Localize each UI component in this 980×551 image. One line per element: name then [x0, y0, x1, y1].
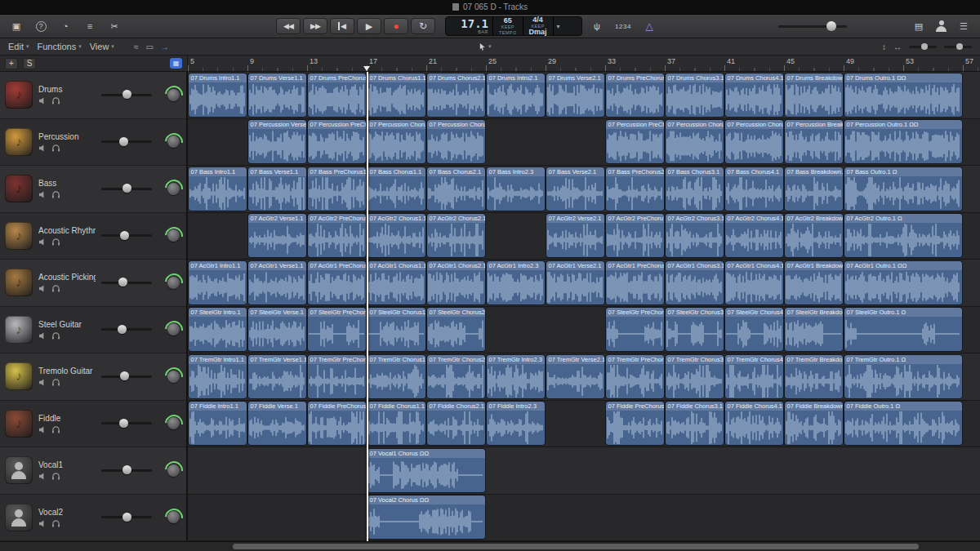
track-configure-button[interactable]: ▦ — [170, 58, 182, 69]
crossfade-icon[interactable]: ▭ — [145, 42, 153, 51]
mute-button[interactable] — [38, 144, 47, 152]
region[interactable]: 07 Percussion Break — [785, 120, 843, 163]
region[interactable]: 07 Fiddle Breakdown — [785, 402, 843, 445]
region[interactable]: 07 Percussion Choru — [666, 120, 724, 163]
mute-button[interactable] — [38, 238, 47, 246]
mute-button[interactable] — [38, 379, 47, 386]
region[interactable]: 07 Drums Verse2.1 — [546, 73, 604, 117]
zoom-v-slider[interactable] — [909, 46, 937, 48]
volume-slider[interactable] — [101, 469, 152, 472]
volume-slider[interactable] — [101, 282, 152, 284]
region[interactable]: 07 Percussion Outro.1 ΩΩ — [844, 120, 962, 163]
pan-knob[interactable] — [167, 464, 180, 477]
quick-help-icon[interactable]: ? — [31, 19, 51, 34]
catch-playhead-icon[interactable]: → — [161, 42, 169, 51]
volume-slider[interactable] — [101, 94, 152, 96]
region[interactable]: 07 SteelGtr Chorus2. — [427, 308, 485, 351]
pan-knob[interactable] — [167, 511, 180, 523]
cycle-button[interactable]: ↻ — [411, 18, 435, 34]
region[interactable]: 07 Fiddle Intro1.1 — [189, 402, 247, 445]
region[interactable]: 07 Drums Chorus1.1 — [368, 73, 425, 117]
track-header-steel-guitar[interactable]: ♪Steel Guitar — [0, 307, 186, 354]
solo-button[interactable] — [51, 97, 60, 104]
solo-button[interactable] — [51, 144, 60, 152]
play-button[interactable]: ▶ — [357, 18, 381, 34]
add-track-button[interactable]: + — [5, 58, 18, 69]
track-header-tremolo-guitar[interactable]: ♪Tremolo Guitar — [0, 353, 186, 401]
master-volume-thumb[interactable] — [826, 21, 836, 31]
region[interactable]: 07 Percussion Choru — [368, 120, 425, 163]
region[interactable]: 07 Fiddle Chorus2.1 — [427, 402, 485, 445]
region[interactable]: 07 AcGtr1 Outro.1 ΩΩ — [844, 261, 962, 304]
region[interactable]: 07 AcGtr2 Chorus1.1 — [368, 214, 425, 257]
volume-slider[interactable] — [101, 375, 152, 378]
volume-slider[interactable] — [101, 188, 152, 190]
solo-button[interactable] — [51, 520, 60, 527]
settings-icon[interactable]: ☰ — [954, 19, 973, 34]
metronome-icon[interactable]: △ — [639, 19, 659, 34]
count-in-button[interactable]: 1234 — [612, 23, 635, 30]
region[interactable]: 07 AcGtr2 PreChorus — [308, 214, 366, 257]
solo-button[interactable] — [51, 238, 60, 246]
library-icon[interactable]: ▣ — [7, 19, 26, 34]
track-header-drums[interactable]: ♪Drums — [0, 72, 186, 119]
horizontal-scrollbar-thumb[interactable] — [233, 544, 919, 549]
region[interactable]: 07 Percussion Verse. — [248, 120, 306, 163]
tuner-icon[interactable]: ψ — [587, 19, 607, 34]
region[interactable]: 07 Fiddle Intro2.3 — [487, 402, 545, 445]
region[interactable]: 07 AcGtr1 Intro2.3 — [487, 261, 545, 304]
region[interactable]: 07 Drums Chorus2.1 — [427, 73, 485, 117]
region[interactable]: 07 TremGtr Chorus4. — [725, 355, 783, 398]
pan-knob[interactable] — [167, 89, 180, 101]
region[interactable]: 07 AcGtr1 Chorus4.1 — [725, 261, 783, 304]
pan-knob[interactable] — [167, 277, 180, 289]
mute-button[interactable] — [38, 473, 47, 480]
track-header-percussion[interactable]: ♪Percussion — [0, 119, 186, 167]
region[interactable]: 07 TremGtr PreChor — [308, 355, 366, 398]
mute-button[interactable] — [38, 332, 47, 340]
region[interactable]: 07 Bass Verse1.1 — [248, 167, 306, 211]
region[interactable]: 07 SteelGtr Verse.1 — [248, 308, 306, 351]
region[interactable]: 07 Bass PreChorus1. — [308, 167, 366, 211]
region[interactable]: 07 SteelGtr Chorus1. — [368, 308, 425, 351]
go-to-beginning-button[interactable]: ◀ — [330, 18, 354, 34]
region[interactable]: 07 TremGtr PreChor — [606, 355, 664, 398]
region[interactable]: 07 TremGtr Verse2.1 — [546, 355, 604, 398]
notepad-icon[interactable]: ▤ — [909, 19, 929, 34]
region[interactable]: 07 Fiddle PreChorus — [606, 402, 664, 445]
bar-ruler[interactable]: 59131721252933374145495357 — [188, 56, 980, 71]
lcd-chevron-icon[interactable]: ▾ — [554, 17, 564, 35]
region[interactable]: 07 AcGtr1 Chorus3.1 — [666, 261, 724, 304]
region[interactable]: 07 SteelGtr PreChor — [308, 308, 366, 351]
mute-button[interactable] — [38, 285, 47, 292]
region[interactable]: 07 AcGtr1 Breakdow — [785, 261, 843, 304]
region[interactable]: 07 Fiddle PreChorus — [308, 402, 366, 445]
region[interactable]: 07 Fiddle Chorus3.1 — [666, 402, 724, 445]
track-header-acoustic-rhythm[interactable]: ♪Acoustic Rhythm — [0, 213, 186, 260]
region[interactable]: 07 AcGtr2 Breakdow — [785, 214, 843, 257]
region[interactable]: 07 Bass Outro.1 Ω — [844, 167, 962, 211]
menu-view[interactable]: View▾ — [90, 42, 114, 51]
automation-icon[interactable]: ≈ — [134, 42, 139, 51]
lcd-display[interactable]: 17.1 BAR 65 KEEP TEMPO 4/4 KEEP Dmaj ▾ — [445, 16, 582, 36]
region[interactable]: 07 Percussion Choru — [427, 120, 485, 163]
region[interactable]: 07 Bass Breakdown. — [785, 167, 843, 211]
region[interactable]: 07 TremGtr Breakdo — [785, 355, 843, 398]
playhead[interactable] — [367, 72, 368, 541]
region[interactable]: 07 Bass Intro1.1 — [189, 167, 247, 211]
region[interactable]: 07 SteelGtr Chorus3. — [666, 308, 724, 351]
volume-slider[interactable] — [101, 422, 152, 424]
user-icon[interactable] — [935, 20, 947, 32]
zoom-h-slider[interactable] — [944, 46, 972, 48]
solo-button[interactable] — [51, 191, 60, 198]
forward-button[interactable]: ▶▶ — [303, 18, 327, 34]
region[interactable]: 07 AcGtr2 Outro.1 Ω — [844, 214, 962, 257]
track-header-vocal1[interactable]: Vocal1 — [0, 447, 186, 495]
horizontal-scrollbar-track[interactable] — [0, 541, 980, 551]
record-button[interactable]: ● — [384, 18, 408, 34]
region[interactable]: 07 Drums PreChorus — [308, 73, 366, 117]
region[interactable]: 07 Percussion Choru — [725, 120, 783, 163]
solo-button[interactable] — [51, 379, 60, 386]
region[interactable]: 07 AcGtr1 Chorus2.1 — [427, 261, 485, 304]
region[interactable]: 07 AcGtr2 Verse2.1 — [546, 214, 604, 257]
